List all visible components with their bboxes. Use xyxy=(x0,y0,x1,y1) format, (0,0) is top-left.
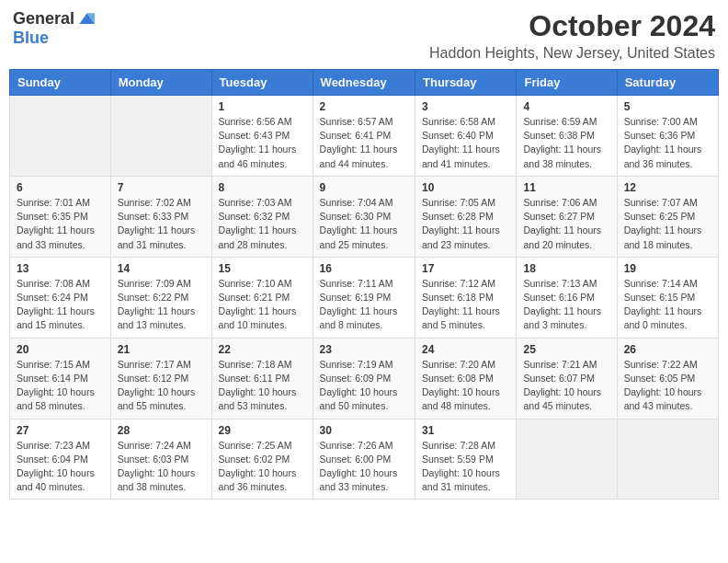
day-number: 21 xyxy=(118,343,205,356)
calendar-cell: 2Sunrise: 6:57 AM Sunset: 6:41 PM Daylig… xyxy=(313,96,415,177)
day-number: 23 xyxy=(320,343,408,356)
day-info: Sunrise: 6:58 AM Sunset: 6:40 PM Dayligh… xyxy=(422,115,509,171)
day-info: Sunrise: 7:06 AM Sunset: 6:27 PM Dayligh… xyxy=(523,196,609,252)
day-info: Sunrise: 7:20 AM Sunset: 6:08 PM Dayligh… xyxy=(422,358,509,414)
calendar-cell: 15Sunrise: 7:10 AM Sunset: 6:21 PM Dayli… xyxy=(211,257,313,338)
day-info: Sunrise: 6:59 AM Sunset: 6:38 PM Dayligh… xyxy=(523,115,609,171)
day-info: Sunrise: 7:26 AM Sunset: 6:00 PM Dayligh… xyxy=(320,439,408,495)
day-header-monday: Monday xyxy=(110,70,211,96)
calendar-cell: 20Sunrise: 7:15 AM Sunset: 6:14 PM Dayli… xyxy=(10,338,111,419)
logo-general-text: General xyxy=(13,9,74,29)
calendar-cell: 29Sunrise: 7:25 AM Sunset: 6:02 PM Dayli… xyxy=(211,419,313,500)
day-info: Sunrise: 7:15 AM Sunset: 6:14 PM Dayligh… xyxy=(17,358,104,414)
logo-icon xyxy=(76,10,95,29)
calendar-cell: 23Sunrise: 7:19 AM Sunset: 6:09 PM Dayli… xyxy=(313,338,415,419)
calendar-cell: 3Sunrise: 6:58 AM Sunset: 6:40 PM Daylig… xyxy=(415,96,517,177)
day-info: Sunrise: 7:21 AM Sunset: 6:07 PM Dayligh… xyxy=(523,358,609,414)
day-info: Sunrise: 7:12 AM Sunset: 6:18 PM Dayligh… xyxy=(422,277,509,333)
week-row-1: 1Sunrise: 6:56 AM Sunset: 6:43 PM Daylig… xyxy=(10,96,719,177)
day-info: Sunrise: 7:17 AM Sunset: 6:12 PM Dayligh… xyxy=(118,358,205,414)
day-info: Sunrise: 7:25 AM Sunset: 6:02 PM Dayligh… xyxy=(219,439,306,495)
day-info: Sunrise: 7:24 AM Sunset: 6:03 PM Dayligh… xyxy=(118,439,205,495)
day-info: Sunrise: 7:22 AM Sunset: 6:05 PM Dayligh… xyxy=(624,358,711,414)
calendar-cell: 8Sunrise: 7:03 AM Sunset: 6:32 PM Daylig… xyxy=(211,176,313,257)
day-info: Sunrise: 7:02 AM Sunset: 6:33 PM Dayligh… xyxy=(118,196,205,252)
week-row-3: 13Sunrise: 7:08 AM Sunset: 6:24 PM Dayli… xyxy=(10,257,719,338)
day-info: Sunrise: 6:57 AM Sunset: 6:41 PM Dayligh… xyxy=(320,115,408,171)
day-number: 30 xyxy=(320,424,408,437)
day-info: Sunrise: 7:11 AM Sunset: 6:19 PM Dayligh… xyxy=(320,277,408,333)
week-row-2: 6Sunrise: 7:01 AM Sunset: 6:35 PM Daylig… xyxy=(10,176,719,257)
day-info: Sunrise: 7:23 AM Sunset: 6:04 PM Dayligh… xyxy=(17,439,104,495)
calendar-cell: 13Sunrise: 7:08 AM Sunset: 6:24 PM Dayli… xyxy=(10,257,111,338)
day-info: Sunrise: 7:01 AM Sunset: 6:35 PM Dayligh… xyxy=(17,196,104,252)
calendar-cell: 14Sunrise: 7:09 AM Sunset: 6:22 PM Dayli… xyxy=(110,257,211,338)
page-header: General Blue October 2024 Haddon Heights… xyxy=(9,9,719,62)
calendar-cell: 7Sunrise: 7:02 AM Sunset: 6:33 PM Daylig… xyxy=(110,176,211,257)
calendar-cell: 19Sunrise: 7:14 AM Sunset: 6:15 PM Dayli… xyxy=(617,257,718,338)
calendar-table: SundayMondayTuesdayWednesdayThursdayFrid… xyxy=(9,69,719,500)
day-number: 14 xyxy=(118,262,205,275)
day-header-friday: Friday xyxy=(517,70,617,96)
calendar-cell xyxy=(517,419,617,500)
calendar-cell: 17Sunrise: 7:12 AM Sunset: 6:18 PM Dayli… xyxy=(415,257,517,338)
calendar-cell: 5Sunrise: 7:00 AM Sunset: 6:36 PM Daylig… xyxy=(617,96,718,177)
day-header-saturday: Saturday xyxy=(617,70,718,96)
day-info: Sunrise: 7:14 AM Sunset: 6:15 PM Dayligh… xyxy=(624,277,711,333)
calendar-cell xyxy=(110,96,211,177)
calendar-cell: 11Sunrise: 7:06 AM Sunset: 6:27 PM Dayli… xyxy=(517,176,617,257)
day-info: Sunrise: 7:19 AM Sunset: 6:09 PM Dayligh… xyxy=(320,358,408,414)
calendar-cell: 28Sunrise: 7:24 AM Sunset: 6:03 PM Dayli… xyxy=(110,419,211,500)
week-row-5: 27Sunrise: 7:23 AM Sunset: 6:04 PM Dayli… xyxy=(10,419,719,500)
day-number: 17 xyxy=(422,262,509,275)
calendar-header-row: SundayMondayTuesdayWednesdayThursdayFrid… xyxy=(10,70,719,96)
day-number: 13 xyxy=(17,262,104,275)
day-number: 10 xyxy=(422,181,509,194)
day-number: 20 xyxy=(17,343,104,356)
calendar-cell: 21Sunrise: 7:17 AM Sunset: 6:12 PM Dayli… xyxy=(110,338,211,419)
day-info: Sunrise: 7:18 AM Sunset: 6:11 PM Dayligh… xyxy=(219,358,306,414)
calendar-cell: 18Sunrise: 7:13 AM Sunset: 6:16 PM Dayli… xyxy=(517,257,617,338)
calendar-cell: 26Sunrise: 7:22 AM Sunset: 6:05 PM Dayli… xyxy=(617,338,718,419)
calendar-cell: 6Sunrise: 7:01 AM Sunset: 6:35 PM Daylig… xyxy=(10,176,111,257)
day-info: Sunrise: 7:07 AM Sunset: 6:25 PM Dayligh… xyxy=(624,196,711,252)
calendar-cell: 16Sunrise: 7:11 AM Sunset: 6:19 PM Dayli… xyxy=(313,257,415,338)
calendar-cell: 1Sunrise: 6:56 AM Sunset: 6:43 PM Daylig… xyxy=(211,96,313,177)
logo-blue-text: Blue xyxy=(13,29,49,48)
day-number: 8 xyxy=(219,181,306,194)
day-number: 12 xyxy=(624,181,711,194)
day-number: 27 xyxy=(17,424,104,437)
calendar-cell: 24Sunrise: 7:20 AM Sunset: 6:08 PM Dayli… xyxy=(415,338,517,419)
calendar-cell: 22Sunrise: 7:18 AM Sunset: 6:11 PM Dayli… xyxy=(211,338,313,419)
day-header-wednesday: Wednesday xyxy=(313,70,415,96)
day-number: 31 xyxy=(422,424,509,437)
day-number: 4 xyxy=(523,100,609,113)
calendar-cell: 4Sunrise: 6:59 AM Sunset: 6:38 PM Daylig… xyxy=(517,96,617,177)
day-info: Sunrise: 7:04 AM Sunset: 6:30 PM Dayligh… xyxy=(320,196,408,252)
day-number: 1 xyxy=(219,100,306,113)
day-number: 9 xyxy=(320,181,408,194)
day-info: Sunrise: 6:56 AM Sunset: 6:43 PM Dayligh… xyxy=(219,115,306,171)
day-number: 24 xyxy=(422,343,509,356)
calendar-cell: 30Sunrise: 7:26 AM Sunset: 6:00 PM Dayli… xyxy=(313,419,415,500)
day-number: 25 xyxy=(523,343,609,356)
calendar-cell xyxy=(10,96,111,177)
day-number: 15 xyxy=(219,262,306,275)
title-section: October 2024 Haddon Heights, New Jersey,… xyxy=(429,9,715,62)
day-info: Sunrise: 7:13 AM Sunset: 6:16 PM Dayligh… xyxy=(523,277,609,333)
day-number: 2 xyxy=(320,100,408,113)
location-title: Haddon Heights, New Jersey, United State… xyxy=(429,45,715,62)
day-number: 7 xyxy=(118,181,205,194)
day-number: 29 xyxy=(219,424,306,437)
day-info: Sunrise: 7:10 AM Sunset: 6:21 PM Dayligh… xyxy=(219,277,306,333)
calendar-cell: 27Sunrise: 7:23 AM Sunset: 6:04 PM Dayli… xyxy=(10,419,111,500)
day-info: Sunrise: 7:05 AM Sunset: 6:28 PM Dayligh… xyxy=(422,196,509,252)
calendar-cell: 25Sunrise: 7:21 AM Sunset: 6:07 PM Dayli… xyxy=(517,338,617,419)
day-number: 11 xyxy=(523,181,609,194)
logo: General Blue xyxy=(13,9,95,48)
day-number: 26 xyxy=(624,343,711,356)
calendar-cell: 12Sunrise: 7:07 AM Sunset: 6:25 PM Dayli… xyxy=(617,176,718,257)
day-number: 19 xyxy=(624,262,711,275)
week-row-4: 20Sunrise: 7:15 AM Sunset: 6:14 PM Dayli… xyxy=(10,338,719,419)
calendar-cell: 10Sunrise: 7:05 AM Sunset: 6:28 PM Dayli… xyxy=(415,176,517,257)
